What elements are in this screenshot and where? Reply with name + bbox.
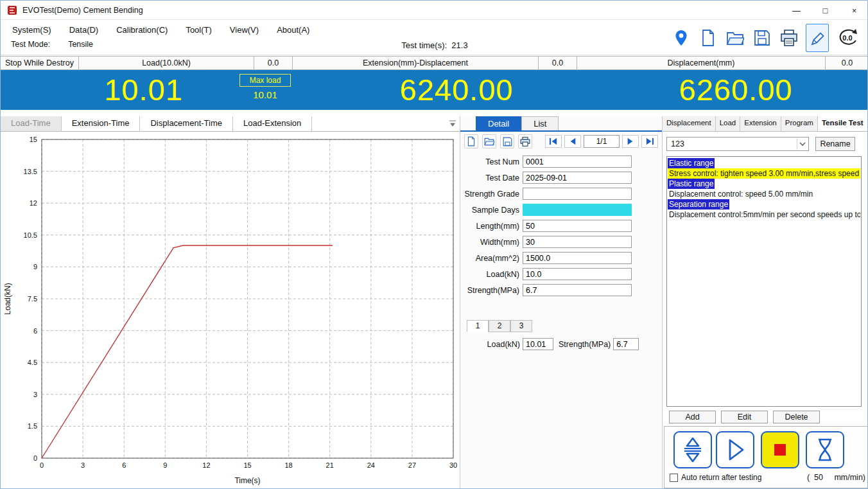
toolbar-icons: 0.0 bbox=[671, 22, 861, 53]
first-record-button[interactable] bbox=[545, 135, 562, 148]
close-button[interactable]: × bbox=[840, 1, 868, 20]
stop-test-button[interactable] bbox=[761, 431, 799, 468]
svg-text:0: 0 bbox=[40, 461, 44, 469]
menu-tool[interactable]: Tool(T) bbox=[177, 24, 220, 36]
list-item[interactable]: Separation range bbox=[668, 199, 860, 209]
edit-button[interactable]: Edit bbox=[721, 411, 768, 423]
print-button[interactable] bbox=[779, 26, 799, 50]
auto-zero-button[interactable]: 0.0 bbox=[835, 25, 861, 51]
menu-data[interactable]: Data(D) bbox=[60, 24, 108, 36]
tab-tensile-test[interactable]: Tensile Test bbox=[818, 116, 868, 131]
jog-crosshead-button[interactable] bbox=[673, 431, 712, 468]
sample-days-label: Sample Days bbox=[460, 206, 523, 215]
program-steps-list[interactable]: Elastic range Stress control: tighten sp… bbox=[666, 156, 862, 407]
rename-button[interactable]: Rename bbox=[815, 137, 855, 151]
record-page-indicator: 1/1 bbox=[584, 135, 620, 148]
strength-grade-field[interactable] bbox=[523, 188, 632, 200]
program-combo-value: 123 bbox=[671, 139, 684, 148]
prev-record-button[interactable] bbox=[564, 135, 581, 148]
next-record-button[interactable] bbox=[622, 135, 639, 148]
status-extension-channel: Extension(mm)-Displacement bbox=[293, 57, 539, 69]
strength-field[interactable] bbox=[523, 284, 632, 296]
sample-tab-2[interactable]: 2 bbox=[489, 320, 510, 332]
chart-options-icon[interactable] bbox=[448, 119, 457, 130]
test-num-field[interactable] bbox=[523, 156, 632, 168]
menu-view[interactable]: View(V) bbox=[221, 24, 268, 36]
result-strength-field[interactable] bbox=[613, 338, 639, 350]
start-test-button[interactable] bbox=[716, 431, 754, 468]
record-new-button[interactable] bbox=[464, 134, 478, 148]
sample-days-field[interactable] bbox=[523, 204, 632, 216]
tab-displacement[interactable]: Displacement bbox=[663, 116, 716, 131]
svg-text:9: 9 bbox=[163, 461, 167, 469]
area-field[interactable] bbox=[523, 252, 632, 264]
menu-about[interactable]: About(A) bbox=[268, 24, 318, 36]
length-field[interactable] bbox=[523, 220, 632, 232]
pen-icon bbox=[810, 29, 825, 47]
prev-record-icon bbox=[569, 138, 577, 145]
list-item[interactable]: Stress control: tighten speed 3.00 mm/mi… bbox=[668, 168, 860, 179]
auto-return-checkbox[interactable] bbox=[670, 474, 678, 482]
location-pin-button[interactable] bbox=[671, 26, 691, 50]
svg-text:12: 12 bbox=[202, 461, 210, 469]
maximize-button[interactable]: □ bbox=[811, 1, 840, 20]
result-load-field[interactable] bbox=[523, 338, 553, 350]
record-save-button[interactable] bbox=[500, 134, 514, 148]
test-time-value: 21.3 bbox=[451, 40, 467, 50]
edit-pen-button[interactable] bbox=[806, 24, 829, 52]
menu-system[interactable]: System(S) bbox=[3, 24, 60, 36]
length-label: Length(mm) bbox=[460, 222, 523, 231]
sample-tab-3[interactable]: 3 bbox=[510, 320, 532, 332]
list-item[interactable]: Elastic range bbox=[668, 158, 860, 168]
test-date-field[interactable] bbox=[523, 172, 632, 184]
svg-text:Load(kN): Load(kN) bbox=[3, 283, 12, 314]
tab-extension[interactable]: Extension bbox=[740, 116, 781, 131]
load-field[interactable] bbox=[523, 268, 632, 280]
record-navigation: 1/1 bbox=[545, 135, 658, 148]
svg-text:12: 12 bbox=[30, 199, 37, 207]
list-item[interactable]: Displacement control:5mm/min per second … bbox=[668, 209, 860, 220]
tab-extension-time[interactable]: Extension-Time bbox=[62, 116, 141, 131]
tab-load-extension[interactable]: Load-Extension bbox=[233, 116, 312, 131]
menu-calibration[interactable]: Calibration(C) bbox=[107, 24, 177, 36]
play-icon bbox=[722, 436, 748, 463]
minimize-button[interactable]: — bbox=[782, 1, 811, 20]
sample-tab-1[interactable]: 1 bbox=[467, 320, 489, 332]
tab-load[interactable]: Load bbox=[716, 116, 741, 131]
width-field[interactable] bbox=[523, 236, 632, 248]
app-icon bbox=[7, 5, 17, 15]
tab-list[interactable]: List bbox=[521, 116, 559, 130]
status-strip: Stop While Destroy Load(10.0kN) 0.0 Exte… bbox=[1, 56, 868, 70]
add-button[interactable]: Add bbox=[669, 411, 716, 423]
record-open-button[interactable] bbox=[482, 134, 496, 148]
tab-load-time[interactable]: Load-Time bbox=[1, 116, 62, 131]
new-file-button[interactable] bbox=[698, 26, 718, 50]
max-load-value: 10.01 bbox=[239, 89, 291, 100]
program-combo[interactable]: 123 bbox=[666, 137, 809, 151]
open-folder-icon bbox=[484, 137, 494, 146]
max-load-label: Max load bbox=[239, 74, 291, 87]
strength-grade-label: Strength Grade bbox=[460, 190, 523, 199]
tab-detail[interactable]: Detail bbox=[476, 116, 521, 130]
titlebar: EVOTest(Demo) Cement Bending — □ × bbox=[1, 1, 868, 20]
last-record-button[interactable] bbox=[641, 135, 658, 148]
location-pin-icon bbox=[673, 29, 689, 47]
list-item[interactable]: Plastic range bbox=[668, 179, 860, 189]
svg-text:15: 15 bbox=[30, 136, 37, 143]
save-button[interactable] bbox=[752, 26, 772, 50]
tab-displacement-time[interactable]: Displacement-Time bbox=[140, 116, 233, 131]
record-print-button[interactable] bbox=[518, 134, 532, 148]
result-strength-label: Strength(MPa) bbox=[559, 340, 613, 349]
delete-button[interactable]: Delete bbox=[773, 411, 820, 423]
save-icon bbox=[503, 137, 512, 147]
tab-program[interactable]: Program bbox=[781, 116, 818, 131]
print-icon bbox=[780, 30, 798, 46]
timer-button[interactable] bbox=[806, 431, 844, 468]
open-file-button[interactable] bbox=[725, 26, 745, 50]
program-panel: Displacement Load Extension Program Tens… bbox=[662, 116, 868, 489]
test-time-label: Test time(s): bbox=[401, 40, 447, 50]
svg-text:6: 6 bbox=[33, 327, 37, 335]
sample-tab-strip: 1 2 3 bbox=[467, 320, 532, 332]
auto-zero-value: 0.0 bbox=[842, 34, 852, 42]
list-item[interactable]: Displacement control: speed 5.00 mm/min bbox=[668, 189, 860, 199]
